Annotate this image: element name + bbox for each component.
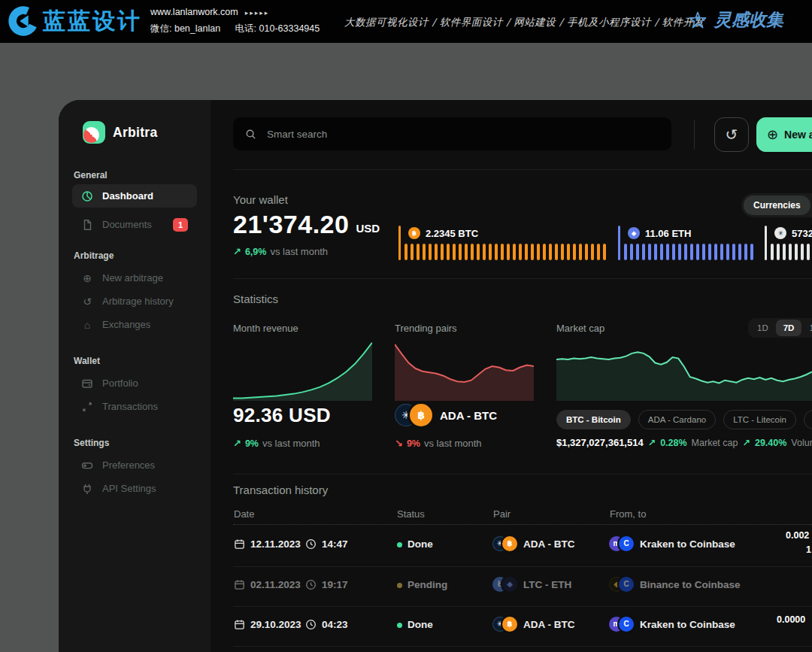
trending-pairs-label: Trending pairs <box>395 323 457 334</box>
coin-pill-btc[interactable]: BTC - Bitcoin <box>556 410 631 429</box>
promo-banner: 蓝蓝设计 www.lanlanwork.com▸▸▸▸▸ 微信: ben_lan… <box>0 0 812 43</box>
calendar-icon <box>234 538 245 550</box>
row-divider <box>233 566 812 567</box>
range-1d[interactable]: 1D <box>750 320 776 336</box>
eth-icon: ◆ <box>628 227 640 239</box>
tab-currencies[interactable]: Currencies <box>744 196 810 215</box>
tx-date: 02.11.2023 <box>250 579 301 590</box>
tx-date: 29.10.2023 <box>250 619 301 630</box>
tx-route: Kraken to Coinbase <box>640 619 735 630</box>
transfer-arrows-icon <box>81 401 93 413</box>
wallet-balance: 21'374.20 USD <box>233 211 380 237</box>
timeframe-toggle: 1D 7D 1M <box>748 318 812 338</box>
site-url[interactable]: www.lanlanwork.com <box>150 7 238 17</box>
statistics-title: Statistics <box>233 293 278 305</box>
trend-up-icon: ↗ <box>233 246 241 257</box>
inspiration-collect-link[interactable]: 灵感收集 <box>687 8 783 32</box>
status-dot <box>397 542 402 547</box>
btc-bars <box>404 244 617 260</box>
btc-holding: ฿ 2.2345 BTC <box>408 227 478 239</box>
sidebar-item-documents[interactable]: Documents 1 <box>72 213 197 236</box>
trend-up-icon: ↗ <box>742 437 750 448</box>
column-status: Status <box>397 508 425 520</box>
sidebar-item-arbitrage-history[interactable]: ↺ Arbitrage history <box>72 290 197 313</box>
tx-time: 04:23 <box>322 619 348 630</box>
star-figure-icon <box>687 10 708 31</box>
coinbase-icon: C <box>619 536 634 551</box>
search-bar[interactable] <box>233 117 671 150</box>
lanlan-logo-icon <box>6 4 41 38</box>
sidebar: Arbitra General Dashboard Documents 1 Ar… <box>59 100 211 652</box>
sidebar-item-preferences[interactable]: Preferences <box>72 453 197 477</box>
sidebar-item-new-arbitrage[interactable]: ⊕ New arbitrage <box>72 266 197 290</box>
column-date: Date <box>234 508 254 520</box>
ada-holding: ✳ 5732.61 ADA <box>774 227 812 239</box>
balance-value: 21'374.20 <box>233 211 349 237</box>
status-dot <box>397 583 402 588</box>
row-divider <box>233 606 812 607</box>
balance-currency: USD <box>356 222 380 237</box>
lanlan-logo-text: 蓝蓝设计 <box>43 6 142 37</box>
tx-status: Done <box>408 619 433 630</box>
search-input[interactable] <box>265 128 659 141</box>
transaction-row[interactable]: 29.10.2023 04:23 Done ✳ ฿ ADA - BTC m C … <box>211 617 812 635</box>
coin-pill-ada[interactable]: ADA - Cardano <box>638 410 716 429</box>
history-icon: ↺ <box>81 296 93 308</box>
coin-pill-eth[interactable]: ETH - Ethereum <box>804 410 812 429</box>
arrows-decoration: ▸▸▸▸▸ <box>245 9 270 17</box>
tx-amount: 1 <box>806 544 811 555</box>
btc-divider-bar <box>398 226 401 260</box>
main-content: ↺ ⊕ New arbitrage Your wallet 21'374.20 … <box>211 100 812 652</box>
trend-up-icon: ↗ <box>648 437 656 448</box>
sidebar-item-dashboard[interactable]: Dashboard <box>72 184 197 208</box>
nav-section-arbitrage: Arbitrage <box>74 250 114 261</box>
ada-icon: ✳ <box>774 227 786 239</box>
search-icon <box>245 129 256 140</box>
nav-section-wallet: Wallet <box>74 356 100 366</box>
clock-icon <box>305 538 317 550</box>
eth-holding: ◆ 11.06 ETH <box>628 227 691 239</box>
new-arbitrage-button[interactable]: ⊕ New arbitrage <box>756 117 812 152</box>
document-icon <box>81 219 93 231</box>
history-button[interactable]: ↺ <box>714 117 749 152</box>
wallet-trend: ↗ 6,9% vs last month <box>233 246 328 257</box>
tx-time: 14:47 <box>322 538 348 550</box>
coinbase-icon: C <box>619 577 634 592</box>
market-cap-value: $1,327,027,361,514 <box>556 437 644 448</box>
sidebar-item-transactions[interactable]: Transactions <box>72 395 197 418</box>
coin-pill-ltc[interactable]: LTC - Litecoin <box>723 410 796 429</box>
range-7d[interactable]: 7D <box>776 320 802 336</box>
month-revenue-chart <box>233 341 372 401</box>
history-icon: ↺ <box>726 126 738 144</box>
plus-circle-icon: ⊕ <box>81 272 93 284</box>
trend-up-icon: ↗ <box>233 438 241 449</box>
range-1m[interactable]: 1M <box>801 320 812 336</box>
tx-status: Pending <box>408 579 447 590</box>
banner-site[interactable]: www.lanlanwork.com▸▸▸▸▸ <box>150 7 269 17</box>
sidebar-item-api-settings[interactable]: API Settings <box>72 477 197 500</box>
tx-pair: ADA - BTC <box>523 619 575 630</box>
calendar-icon <box>234 579 245 590</box>
market-cap-label: Market cap <box>556 323 604 334</box>
transaction-row[interactable]: 02.11.2023 19:17 Pending Ł ◆ LTC - ETH ◆… <box>211 577 812 595</box>
ada-bars <box>771 244 812 260</box>
banner-contacts: 微信: ben_lanlan 电话: 010-63334945 <box>150 23 320 35</box>
trending-pairs-trend: ↘ 9% vs last month <box>395 438 482 449</box>
banner-services-nav[interactable]: 大数据可视化设计 / 软件界面设计 / 网站建设 / 手机及小程序设计 / 软件… <box>344 16 704 29</box>
column-pair: Pair <box>493 508 511 520</box>
ada-divider-bar <box>765 226 767 260</box>
topbar-divider <box>694 120 695 150</box>
transaction-history-title: Transaction history <box>233 484 328 496</box>
tx-route: Kraken to Coinbase <box>640 538 735 550</box>
month-revenue-label: Month revenue <box>233 323 298 334</box>
sidebar-item-exchanges[interactable]: ⌂ Exchanges <box>72 313 197 336</box>
eth-icon: ◆ <box>502 577 517 592</box>
sidebar-item-portfolio[interactable]: Portfolio <box>72 371 197 395</box>
tx-status: Done <box>408 538 433 550</box>
arbitra-logo <box>83 121 105 144</box>
app-name: Arbitra <box>113 125 157 141</box>
month-revenue-value: 92.36 USD <box>233 404 331 427</box>
phone-contact: 电话: 010-63334945 <box>235 23 320 34</box>
transaction-row[interactable]: 12.11.2023 14:47 Done ✳ ฿ ADA - BTC m C … <box>211 536 812 554</box>
tx-date: 12.11.2023 <box>250 538 301 550</box>
